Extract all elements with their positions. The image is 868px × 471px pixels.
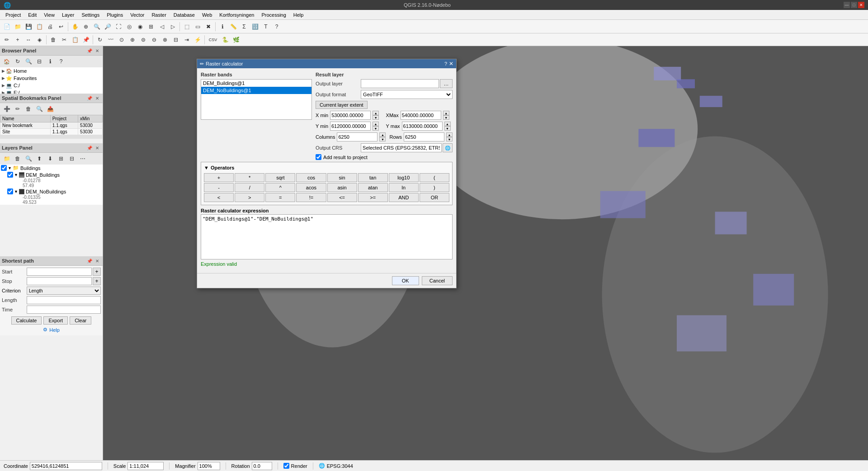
op-sqrt-button[interactable]: sqrt bbox=[265, 173, 295, 182]
browser-home-button[interactable]: 🏠 bbox=[2, 57, 12, 66]
op-asin-button[interactable]: asin bbox=[327, 183, 357, 192]
reshape-button[interactable]: ⊟ bbox=[171, 35, 181, 45]
layer-dem-nobuildings-check[interactable] bbox=[7, 188, 13, 194]
layer-open-button[interactable]: 📁 bbox=[2, 154, 12, 164]
op-caret-button[interactable]: ^ bbox=[265, 183, 295, 192]
menu-help[interactable]: Help bbox=[290, 11, 307, 19]
sp-time-input[interactable] bbox=[27, 306, 101, 314]
layer-collapse-button[interactable]: ⊟ bbox=[67, 154, 77, 164]
menu-view[interactable]: View bbox=[40, 11, 58, 19]
rows-input[interactable] bbox=[404, 132, 444, 141]
layer-remove-button[interactable]: 🗑 bbox=[13, 154, 23, 164]
browser-tree-e[interactable]: ▶ 💻 E:/ bbox=[0, 89, 103, 94]
copy-feature-button[interactable]: 📋 bbox=[70, 35, 80, 45]
op-lte-button[interactable]: <= bbox=[327, 193, 357, 202]
undo-button[interactable]: ↩ bbox=[56, 22, 66, 32]
op-gt-button[interactable]: > bbox=[235, 193, 264, 202]
bookmark-edit-button[interactable]: ✏ bbox=[13, 104, 23, 114]
columns-spin-down[interactable]: ▼ bbox=[379, 137, 386, 141]
browser-collapse-button[interactable]: ⊟ bbox=[34, 57, 44, 66]
add-to-project-checkbox[interactable] bbox=[316, 154, 321, 160]
columns-input[interactable] bbox=[337, 132, 377, 141]
cut-feature-button[interactable]: ✂ bbox=[59, 35, 69, 45]
node-tool-button[interactable]: ◈ bbox=[34, 35, 44, 45]
pan-to-selection-button[interactable]: ⊕ bbox=[81, 22, 91, 32]
op-sin-button[interactable]: sin bbox=[327, 173, 357, 182]
bookmark-row-2[interactable]: Site 1.1.qgs 53030 bbox=[0, 129, 103, 135]
xmin-spin-up[interactable]: ▲ bbox=[373, 111, 379, 115]
menu-processing[interactable]: Processing bbox=[258, 11, 289, 19]
edit-button[interactable]: ✏ bbox=[2, 35, 12, 45]
browser-filter-button[interactable]: 🔍 bbox=[24, 57, 33, 66]
calculator-button[interactable]: 🔢 bbox=[250, 22, 260, 32]
browser-tree-favourites[interactable]: ▶ ⭐ Favourites bbox=[0, 75, 103, 82]
menu-edit[interactable]: Edit bbox=[24, 11, 40, 19]
operators-toggle[interactable]: ▼ Operators bbox=[204, 165, 449, 170]
layer-down-button[interactable]: ⬇ bbox=[45, 154, 55, 164]
scale-input[interactable] bbox=[127, 462, 164, 470]
op-multiply-button[interactable]: * bbox=[235, 173, 264, 182]
raster-calc-close-button[interactable]: ✕ bbox=[449, 61, 453, 67]
expression-textarea[interactable]: "DEM_Buildings@1"-"DEM_NoBuildings@1" bbox=[201, 214, 453, 259]
zoom-full-button[interactable]: ⛶ bbox=[113, 22, 123, 32]
coordinate-input[interactable] bbox=[30, 462, 102, 470]
bookmarks-close-button[interactable]: ✕ bbox=[94, 94, 101, 102]
new-project-button[interactable]: 📄 bbox=[2, 22, 12, 32]
sp-start-input[interactable] bbox=[27, 268, 92, 276]
window-close-button[interactable]: ✕ bbox=[858, 2, 864, 8]
print-button[interactable]: 🖨 bbox=[45, 22, 55, 32]
save-project-button[interactable]: 💾 bbox=[24, 22, 33, 32]
simplify-button[interactable]: 〰 bbox=[106, 35, 116, 45]
op-gte-button[interactable]: >= bbox=[358, 193, 388, 202]
band-item-1[interactable]: DEM_Buildings@1 bbox=[201, 80, 311, 87]
split-button[interactable]: ⚡ bbox=[193, 35, 203, 45]
browser-tree-home[interactable]: ▶ 🏠 Home bbox=[0, 67, 103, 75]
menu-vector[interactable]: Vector bbox=[127, 11, 148, 19]
xmax-spin-down[interactable]: ▼ bbox=[443, 115, 449, 120]
zoom-layer-button[interactable]: ◉ bbox=[135, 22, 145, 32]
bookmarks-pin-button[interactable]: 📌 bbox=[86, 94, 93, 102]
bookmark-add-button[interactable]: ➕ bbox=[2, 104, 12, 114]
menu-project[interactable]: Project bbox=[2, 11, 24, 19]
menu-database[interactable]: Database bbox=[170, 11, 198, 19]
band-item-2[interactable]: DEM_NoBuildings@1 bbox=[201, 87, 311, 94]
op-acos-button[interactable]: acos bbox=[296, 183, 326, 192]
layer-group-buildings-check[interactable] bbox=[1, 165, 7, 171]
op-open-paren-button[interactable]: ( bbox=[420, 173, 449, 182]
ymax-spin-up[interactable]: ▲ bbox=[444, 122, 451, 126]
csv-button[interactable]: CSV bbox=[207, 35, 219, 45]
sp-start-add-button[interactable]: + bbox=[93, 268, 101, 276]
op-or-button[interactable]: OR bbox=[420, 193, 449, 202]
crs-input[interactable] bbox=[361, 143, 442, 152]
tips-button[interactable]: ? bbox=[272, 22, 282, 32]
columns-spin-up[interactable]: ▲ bbox=[379, 132, 386, 137]
minimize-button[interactable]: — bbox=[844, 2, 850, 8]
sp-help-link[interactable]: ⚙ Help bbox=[2, 326, 101, 334]
zoom-out-button[interactable]: 🔎 bbox=[103, 22, 113, 32]
select-rect-button[interactable]: ▭ bbox=[193, 22, 203, 32]
paste-feature-button[interactable]: 📌 bbox=[81, 35, 91, 45]
sp-stop-input[interactable] bbox=[27, 277, 92, 285]
zoom-selection-button[interactable]: ◎ bbox=[124, 22, 134, 32]
deselect-button[interactable]: ✖ bbox=[203, 22, 213, 32]
xmin-spin-down[interactable]: ▼ bbox=[373, 115, 379, 120]
select-button[interactable]: ⬚ bbox=[182, 22, 192, 32]
ymin-spin-up[interactable]: ▲ bbox=[373, 122, 379, 126]
raster-calc-ok-button[interactable]: OK bbox=[392, 276, 419, 285]
menu-plugins[interactable]: Plugins bbox=[103, 11, 127, 19]
sp-calculate-button[interactable]: Calculate bbox=[11, 316, 42, 325]
render-checkbox[interactable] bbox=[283, 463, 289, 469]
zoom-in-button[interactable]: 🔍 bbox=[92, 22, 102, 32]
browser-tree-c[interactable]: ▶ 💻 C:/ bbox=[0, 82, 103, 89]
ymin-spin-down[interactable]: ▼ bbox=[373, 126, 379, 131]
op-tan-button[interactable]: tan bbox=[358, 173, 388, 182]
summary-button[interactable]: Σ bbox=[239, 22, 249, 32]
zoom-next-button[interactable]: ▷ bbox=[168, 22, 178, 32]
op-close-paren-button[interactable]: ) bbox=[420, 183, 449, 192]
layer-filter-button[interactable]: 🔍 bbox=[24, 154, 33, 164]
raster-calc-help-button[interactable]: ? bbox=[444, 61, 447, 67]
browser-close-button[interactable]: ✕ bbox=[94, 47, 101, 54]
layer-more-button[interactable]: ⋯ bbox=[78, 154, 88, 164]
xmax-spin-up[interactable]: ▲ bbox=[443, 111, 449, 115]
delete-feature-button[interactable]: 🗑 bbox=[48, 35, 58, 45]
